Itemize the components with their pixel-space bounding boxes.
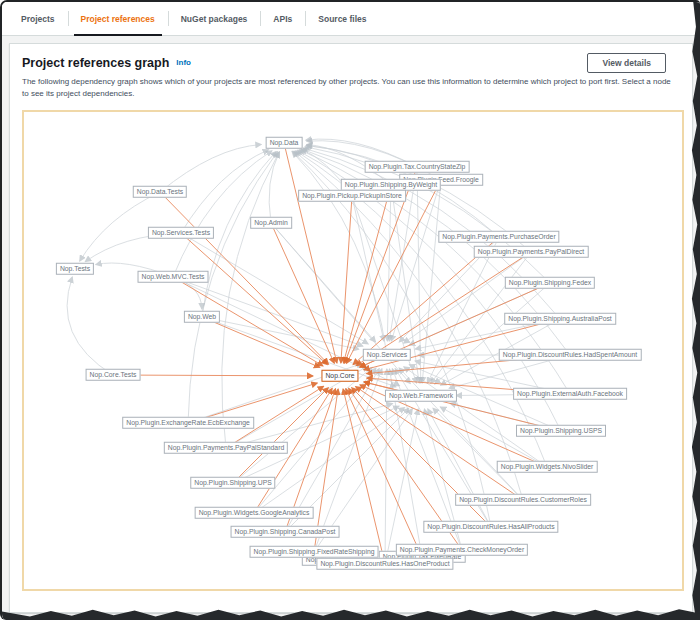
tab-bar: ProjectsProject referencesNuGet packages… <box>2 2 700 36</box>
edge-servicestests-to-services <box>181 233 368 344</box>
tab-apis[interactable]: APIs <box>260 2 305 35</box>
graph-node-fixedrateshipping[interactable]: Nop.Plugin.Shipping.FixedRateShipping <box>250 546 379 558</box>
graph-node-coretests[interactable]: Nop.Core.Tests <box>86 369 141 381</box>
screenshot-window: ProjectsProject referencesNuGet packages… <box>0 0 700 620</box>
graph-node-admin[interactable]: Nop.Admin <box>250 217 292 229</box>
page-title: Project references graph <box>22 56 169 70</box>
graph-node-australiapost[interactable]: Nop.Plugin.Shipping.AustraliaPost <box>504 313 616 325</box>
graph-node-fedex[interactable]: Nop.Plugin.Shipping.Fedex <box>505 277 595 289</box>
graph-node-customerroles[interactable]: Nop.Plugin.DiscountRules.CustomerRoles <box>455 494 591 506</box>
card-description: The following dependency graph shows whi… <box>22 76 677 101</box>
info-link[interactable]: Info <box>176 58 191 67</box>
tab-nuget-packages[interactable]: NuGet packages <box>168 2 261 35</box>
graph-node-countrystatezip[interactable]: Nop.Plugin.Tax.CountryStateZip <box>365 161 470 173</box>
graph-node-hasoneproduct[interactable]: Nop.Plugin.DiscountRules.HasOneProduct <box>316 558 453 570</box>
edge-paypaldirect-to-services <box>404 252 531 343</box>
graph-node-externalauthfacebook[interactable]: Nop.Plugin.ExternalAuth.Facebook <box>513 388 627 400</box>
edge-data-to-core <box>284 143 337 363</box>
graph-node-nivoslider[interactable]: Nop.Plugin.Widgets.NivoSlider <box>497 461 598 473</box>
graph-node-paypalstandard[interactable]: Nop.Plugin.Payments.PayPalStandard <box>164 442 288 454</box>
graph-node-servicestests[interactable]: Nop.Services.Tests <box>148 227 214 239</box>
tab-project-references[interactable]: Project references <box>68 2 168 35</box>
graph-node-hasallproducts[interactable]: Nop.Plugin.DiscountRules.HasAllProducts <box>423 521 558 533</box>
edge-coretests-to-tests <box>67 277 113 375</box>
graph-node-pickupinstore[interactable]: Nop.Plugin.Pickup.PickupInStore <box>298 190 406 202</box>
edge-hasallproducts-to-webframework <box>428 409 491 527</box>
page-background: Project references graphInfo View detail… <box>2 36 700 620</box>
edge-countrystatezip-to-webframework <box>417 167 421 383</box>
graph-node-paypaldirect[interactable]: Nop.Plugin.Payments.PayPalDirect <box>474 246 589 258</box>
graph-node-canadapost[interactable]: Nop.Plugin.Shipping.CanadaPost <box>231 526 340 538</box>
graph-node-googleanalytics[interactable]: Nop.Plugin.Widgets.GoogleAnalytics <box>195 507 314 519</box>
graph-node-data[interactable]: Nop.Data <box>266 137 303 149</box>
edge-customerroles-to-data <box>294 151 523 500</box>
tab-source-files[interactable]: Source files <box>305 2 379 35</box>
edge-byweight-to-services <box>387 185 391 341</box>
graph-node-web[interactable]: Nop.Web <box>184 311 220 323</box>
dependency-graph-panel: Nop.Plugin.Feed.FroogleNop.Plugin.Tax.Co… <box>22 110 684 591</box>
graph-node-tests[interactable]: Nop.Tests <box>56 263 94 275</box>
page-title-group: Project references graphInfo <box>22 53 191 71</box>
window-frame: ProjectsProject referencesNuGet packages… <box>0 0 700 620</box>
graph-node-checkmoneyorder[interactable]: Nop.Plugin.Payments.CheckMoneyOrder <box>396 544 528 556</box>
graph-node-webframework[interactable]: Nop.Web.Framework <box>385 390 457 402</box>
view-details-button[interactable]: View details <box>587 53 666 73</box>
edge-coretests-to-core <box>113 375 313 376</box>
graph-node-webmvctests[interactable]: Nop.Web.MVC.Tests <box>138 271 209 283</box>
edge-fixedrateshipping-to-services <box>314 369 382 552</box>
graph-node-datatests[interactable]: Nop.Data.Tests <box>133 186 187 198</box>
edge-australiapost-to-core <box>364 319 560 370</box>
graph-node-purchaseorder[interactable]: Nop.Plugin.Payments.PurchaseOrder <box>438 231 559 243</box>
graph-node-core[interactable]: Nop.Core <box>321 370 358 382</box>
graph-node-services[interactable]: Nop.Services <box>363 349 411 361</box>
tab-projects[interactable]: Projects <box>8 2 68 35</box>
graph-node-ecbexchange[interactable]: Nop.Plugin.ExchangeRate.EcbExchange <box>122 417 254 429</box>
edge-admin-to-data <box>269 152 279 223</box>
graph-node-hadspentamount[interactable]: Nop.Plugin.DiscountRules.HadSpentAmount <box>499 349 642 361</box>
graph-node-ups[interactable]: Nop.Plugin.Shipping.UPS <box>190 477 275 489</box>
graph-node-usps[interactable]: Nop.Plugin.Shipping.USPS <box>516 425 606 437</box>
project-references-card: Project references graphInfo View detail… <box>9 43 693 613</box>
edge-fixedrate-to-core <box>346 388 422 556</box>
card-header: Project references graphInfo View detail… <box>22 53 680 73</box>
